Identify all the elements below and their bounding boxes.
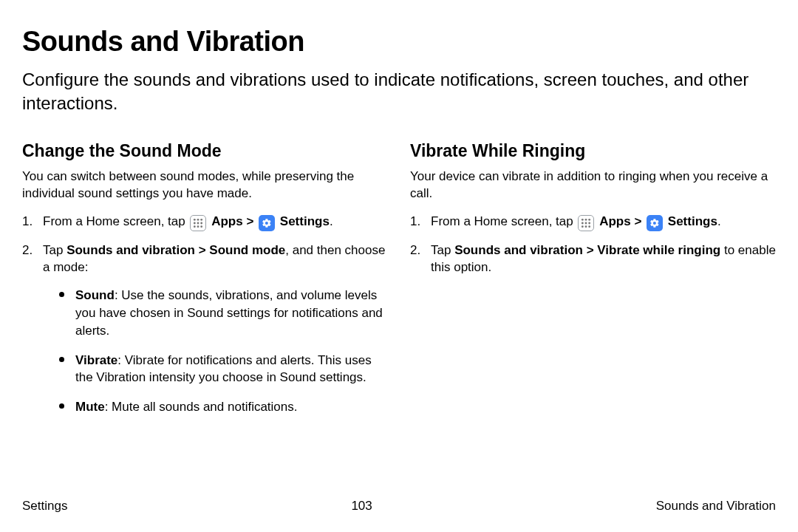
settings-icon: [647, 215, 663, 231]
svg-point-2: [201, 219, 203, 221]
separator: >: [631, 214, 645, 228]
period: .: [330, 214, 333, 228]
step-item: From a Home screen, tap Apps > Settings.: [22, 213, 388, 231]
settings-icon: [259, 215, 275, 231]
period: .: [717, 214, 721, 228]
right-column: Vibrate While Ringing Your device can vi…: [410, 141, 776, 428]
steps-list: From a Home screen, tap Apps > Settings.…: [22, 213, 388, 416]
svg-point-5: [201, 222, 203, 224]
settings-label: Settings: [668, 214, 717, 228]
step-item: Tap Sounds and vibration > Vibrate while…: [410, 242, 776, 277]
section-intro: Your device can vibrate in addition to r…: [410, 168, 776, 202]
list-item: Sound: Use the sounds, vibrations, and v…: [59, 287, 388, 339]
settings-label: Settings: [280, 214, 330, 228]
option-desc: : Vibrate for notifications and alerts. …: [75, 353, 372, 385]
svg-point-8: [201, 225, 203, 228]
footer-left: Settings: [22, 499, 67, 514]
svg-point-11: [589, 219, 591, 221]
options-list: Sound: Use the sounds, vibrations, and v…: [43, 287, 388, 416]
svg-point-7: [197, 225, 200, 228]
section-heading-vibrate-ringing: Vibrate While Ringing: [410, 141, 776, 161]
section-intro: You can switch between sound modes, whil…: [22, 168, 388, 202]
separator: >: [243, 214, 257, 228]
footer-page-number: 103: [351, 499, 372, 514]
step-text: From a Home screen, tap: [43, 214, 188, 228]
page-subtitle: Configure the sounds and vibrations used…: [22, 68, 776, 116]
svg-point-13: [585, 222, 587, 224]
step-text: Tap: [431, 243, 454, 257]
step-text: From a Home screen, tap: [431, 214, 576, 228]
step-text: Tap: [43, 243, 66, 257]
apps-icon: [578, 215, 594, 231]
option-desc: : Use the sounds, vibrations, and volume…: [75, 288, 383, 338]
option-name: Vibrate: [75, 353, 117, 367]
svg-point-16: [585, 225, 587, 228]
apps-label: Apps: [599, 214, 631, 228]
svg-point-10: [585, 219, 587, 221]
section-heading-sound-mode: Change the Sound Mode: [22, 141, 388, 161]
left-column: Change the Sound Mode You can switch bet…: [22, 141, 388, 428]
svg-point-0: [194, 219, 196, 221]
step-item: Tap Sounds and vibration > Sound mode, a…: [22, 242, 388, 416]
svg-point-3: [194, 222, 196, 224]
svg-point-4: [197, 222, 200, 224]
svg-point-12: [582, 222, 584, 224]
steps-list: From a Home screen, tap Apps > Settings.…: [410, 213, 776, 277]
option-desc: : Mute all sounds and notifications.: [105, 400, 298, 414]
apps-label: Apps: [211, 214, 243, 228]
svg-point-15: [582, 225, 584, 228]
step-bold: Sounds and vibration > Sound mode: [66, 243, 285, 257]
footer-right: Sounds and Vibration: [656, 499, 776, 514]
step-bold: Sounds and vibration > Vibrate while rin…: [454, 243, 720, 257]
content-columns: Change the Sound Mode You can switch bet…: [22, 141, 776, 428]
list-item: Mute: Mute all sounds and notifications.: [59, 398, 388, 416]
page-title: Sounds and Vibration: [22, 26, 776, 58]
svg-point-9: [582, 219, 584, 221]
page-footer: Settings 103 Sounds and Vibration: [22, 499, 776, 514]
svg-point-17: [589, 225, 591, 228]
svg-point-1: [197, 219, 200, 221]
step-item: From a Home screen, tap Apps > Settings.: [410, 213, 776, 231]
apps-icon: [190, 215, 206, 231]
option-name: Mute: [75, 400, 105, 414]
svg-point-6: [194, 225, 196, 228]
option-name: Sound: [75, 288, 115, 302]
svg-point-14: [589, 222, 591, 224]
list-item: Vibrate: Vibrate for notifications and a…: [59, 352, 388, 387]
